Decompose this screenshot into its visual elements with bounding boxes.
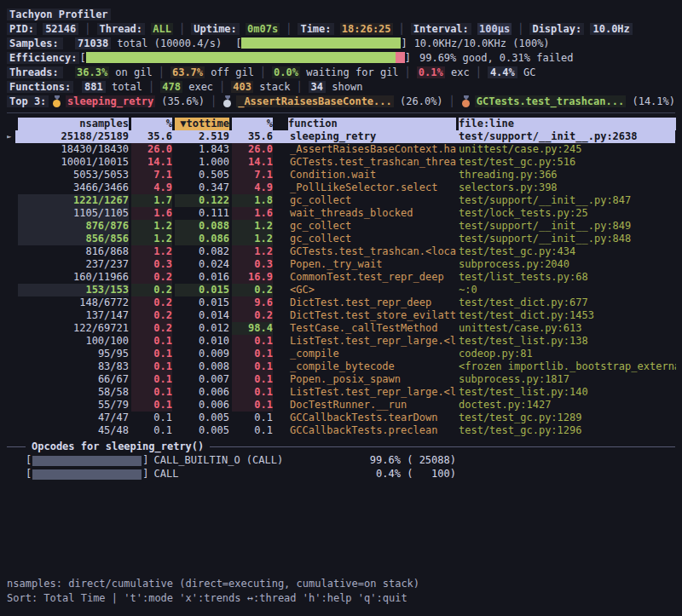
table-row[interactable]: 137/1470.20.0140.2DictTest.test_store_ev… [7,309,675,322]
table-row[interactable]: 876/8761.20.0881.2gc_collecttest/support… [7,220,675,233]
bar-open: [ [26,454,32,466]
pct-cumulative-value: 98.4 [232,322,273,335]
table-row[interactable]: 856/8561.20.0861.2gc_collecttest/support… [7,233,675,245]
table-row[interactable]: 18430/1843026.01.84326.0_AssertRaisesBas… [7,143,675,156]
table-row[interactable]: 58/580.10.0060.1ListTest.test_repr_large… [7,386,675,399]
nsamples-value: 83/83 [18,360,129,373]
table-header: nsamples % ▼tottime % function file:line [7,118,675,130]
pct-cumulative-value: 0.3 [232,258,273,271]
bar-open: [ [26,468,32,480]
divider [7,112,675,113]
tottime-value: 0.012 [175,322,229,335]
threads-waiting-text: waiting for gil [300,66,399,78]
table-row[interactable]: 816/8681.20.0821.2GCTests.test_trashcan.… [7,245,675,258]
table-row[interactable]: 95/950.10.0090.1_compilecodeop.py:81 [7,348,675,360]
opcodes-rule-left [7,446,26,447]
top3-row: Top 3: sleeping_retry (35.6%)│_AssertRai… [7,94,675,108]
tottime-value: 0.111 [175,207,229,220]
pct-direct-value: 1.6 [131,207,172,220]
separator: │ [78,23,96,35]
tottime-value: 0.082 [175,245,229,258]
function-name: GCTests.test_trashcan_threads [288,156,456,169]
file-line: ~:0 [459,284,676,296]
table-row[interactable]: 122/697210.20.01298.4TestCase._callTestM… [7,322,675,335]
uptime-label: Uptime: [191,23,240,35]
profiler-screen: Tachyon Profiler PID: 52146 │ Thread: AL… [0,0,682,616]
table-row[interactable]: 10001/1001514.11.00014.1GCTests.test_tra… [7,156,675,169]
tottime-value: 0.122 [175,194,229,207]
pct-direct-value: 0.1 [131,373,172,386]
file-line: test/test_gc.py:516 [459,156,676,169]
function-name: Popen._try_wait [288,258,456,271]
separator: │ [205,95,223,107]
pct-direct-value: 1.2 [131,233,172,245]
threads-off-gil-text: off gil [205,66,254,78]
table-row[interactable]: ►25188/2518935.62.51935.6sleeping_retryt… [7,130,675,143]
top3-percentage: (26.0%) [394,95,443,107]
footer-keybindings: Sort: Total Time | 't':mode 'x':trends ↔… [7,591,675,606]
function-name: Condition.wait [288,169,456,181]
table-row[interactable]: 237/2370.30.0240.3Popen._try_waitsubproc… [7,258,675,271]
nsamples-value: 153/153 [18,284,129,296]
bar-open: [ [79,52,85,64]
file-line: test/support/__init__.py:2638 [459,130,676,143]
bar-close: ] [142,454,148,466]
column-header-pct-cumulative[interactable]: % [232,118,273,130]
pct-cumulative-value: 14.1 [232,156,273,169]
separator: │ [173,23,191,35]
functions-total-text: total [106,81,142,93]
table-row[interactable]: 55/790.10.0060.1DocTestRunner.__rundocte… [7,399,675,412]
table-row[interactable]: 100/1000.10.0100.1ListTest.test_repr_lar… [7,335,675,348]
thread-label[interactable]: Thread: [97,23,146,35]
column-header-nsamples[interactable]: nsamples [18,118,129,130]
file-line: subprocess.py:2040 [459,258,676,271]
table-row[interactable]: 5053/50537.10.5057.1Condition.waitthread… [7,169,675,181]
display-label: Display: [529,23,584,35]
file-line: codeop.py:81 [459,348,676,360]
pct-direct-value: 0.1 [131,386,172,399]
column-header-function[interactable]: function [288,118,456,130]
table-row[interactable]: 83/830.10.0080.1_compile_bytecode<frozen… [7,360,675,373]
tottime-value: 0.014 [175,309,229,322]
table-row[interactable]: 1105/11051.60.1111.6wait_threads_blocked… [7,207,675,220]
column-header-file[interactable]: file:line [459,118,676,130]
pct-cumulative-value: 0.1 [232,399,273,412]
threads-off-gil-value: 63.7% [170,66,205,78]
table-row[interactable]: 47/470.10.0050.1GCCallbackTests.tearDown… [7,412,675,424]
interval-label: Interval: [411,23,471,35]
table-row[interactable]: 3466/34664.90.3474.9_PollLikeSelector.se… [7,181,675,194]
file-line: test/support/__init__.py:847 [459,194,676,207]
threads-exc-text: exc [445,66,470,78]
pct-cumulative-value: 0.1 [232,360,273,373]
pct-direct-value: 1.7 [131,194,172,207]
table-row[interactable]: 45/480.10.0050.1GCCallbackTests.preclean… [7,424,675,437]
nsamples-value: 237/237 [18,258,129,271]
tottime-value: 2.519 [175,130,229,143]
pct-cumulative-value: 0.1 [232,335,273,348]
threads-exc-value: 0.1% [417,66,445,78]
functions-shown-value: 34 [309,81,326,93]
display-value: 10.0Hz [590,23,632,35]
samples-bar [241,37,401,49]
nsamples-value: 58/58 [18,386,129,399]
table-row[interactable]: 148/67720.20.0159.6DictTest.test_repr_de… [7,296,675,309]
table-row[interactable]: 153/1530.20.0150.2<GC>~:0 [7,284,675,296]
function-name: wait_threads_blocked [288,207,456,220]
pct-cumulative-value: 1.2 [232,233,273,245]
pct-direct-value: 1.2 [131,245,172,258]
column-header-tottime[interactable]: ▼tottime [175,118,229,130]
selected-row-marker: ► [7,130,15,143]
tottime-value: 0.009 [175,348,229,360]
file-line: subprocess.py:1817 [459,373,676,386]
samples-detail: total (10000.4/s) [111,37,222,49]
table-row[interactable]: 1221/12671.70.1221.8gc_collecttest/suppo… [7,194,675,207]
file-line: selectors.py:398 [459,181,676,194]
column-header-pct-direct[interactable]: % [131,118,172,130]
thread-value[interactable]: ALL [151,23,173,35]
uptime-value: 0m07s [246,23,280,35]
opcodes-list: []CALL_BUILTIN_O (CALL)99.6% ( 25088)[]C… [7,453,675,481]
pct-cumulative-value: 0.1 [232,373,273,386]
table-row[interactable]: 160/119660.20.01616.9CommonTest.test_rep… [7,271,675,284]
table-row[interactable]: 66/670.10.0070.1Popen._posix_spawnsubpro… [7,373,675,386]
threads-waiting-value: 0.0% [272,66,300,78]
